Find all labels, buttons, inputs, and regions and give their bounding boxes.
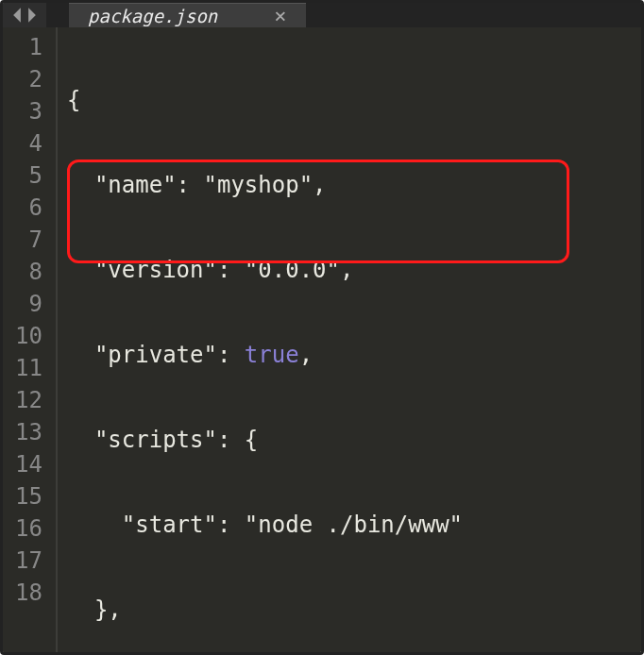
editor-body: 1 2 3 4 5 6 7 8 9 10 11 12 13 14 15 16 1… <box>3 27 641 655</box>
code-line: "name": "myshop", <box>67 169 641 201</box>
line-number: 1 <box>3 31 56 63</box>
back-icon[interactable] <box>10 7 24 24</box>
forward-icon[interactable] <box>25 7 39 24</box>
tab-bar: package.json × <box>3 3 641 27</box>
line-gutter: 1 2 3 4 5 6 7 8 9 10 11 12 13 14 15 16 1… <box>3 27 58 655</box>
code-line: "private": true, <box>67 339 641 371</box>
tab-title: package.json <box>88 6 217 26</box>
tab-package-json[interactable]: package.json × <box>69 3 306 27</box>
line-number: 15 <box>3 480 56 512</box>
history-nav <box>3 3 46 27</box>
line-number: 14 <box>3 448 56 480</box>
line-number: 18 <box>3 577 56 609</box>
code-line: "version": "0.0.0", <box>67 254 641 286</box>
line-number: 5 <box>3 160 56 192</box>
line-number: 6 <box>3 192 56 224</box>
code-line: "scripts": { <box>67 424 641 456</box>
code-line: }, <box>67 594 641 626</box>
line-number: 3 <box>3 95 56 127</box>
line-number: 8 <box>3 256 56 288</box>
line-number: 4 <box>3 127 56 160</box>
line-number: 12 <box>3 384 56 416</box>
line-number: 16 <box>3 512 56 545</box>
code-line: { <box>67 84 641 116</box>
line-number: 17 <box>3 545 56 577</box>
line-number: 13 <box>3 416 56 448</box>
line-number: 2 <box>3 63 56 95</box>
code-line: "start": "node ./bin/www" <box>67 509 641 541</box>
line-number: 9 <box>3 288 56 320</box>
line-number: 7 <box>3 224 56 256</box>
editor-window: package.json × 1 2 3 4 5 6 7 8 9 10 11 1… <box>3 3 641 652</box>
line-number: 11 <box>3 352 56 384</box>
line-number: 10 <box>3 320 56 352</box>
close-icon[interactable]: × <box>274 4 286 27</box>
code-area[interactable]: { "name": "myshop", "version": "0.0.0", … <box>58 27 641 655</box>
tab-strip: package.json × <box>46 3 641 27</box>
